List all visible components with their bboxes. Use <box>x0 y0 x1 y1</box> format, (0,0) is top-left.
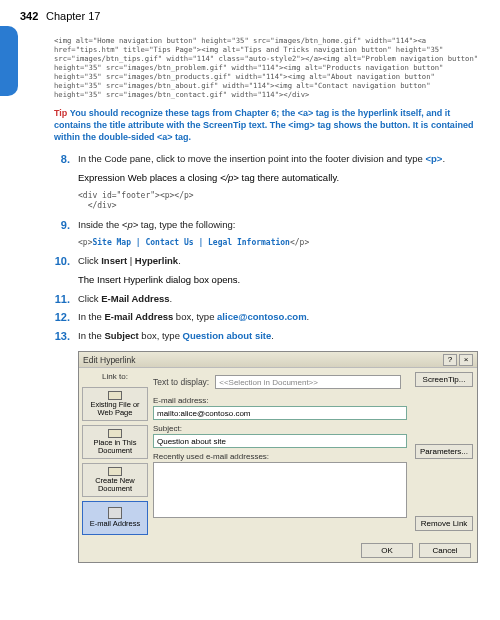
step-body: Click Insert | Hyperlink. <box>78 255 482 268</box>
step-13: 13. In the Subject box, type Question ab… <box>54 330 482 343</box>
dialog-bottom-buttons: OK Cancel <box>79 539 477 562</box>
chapter-label: Chapter 17 <box>46 10 100 22</box>
step-10-sub: The Insert Hyperlink dialog box opens. <box>78 274 482 287</box>
mail-icon <box>108 507 122 519</box>
step-num: 8. <box>54 153 78 166</box>
parameters-button[interactable]: Parameters... <box>415 444 473 459</box>
email-field[interactable] <box>153 406 407 420</box>
recent-label: Recently used e-mail addresses: <box>153 452 407 461</box>
tip-label: Tip <box>54 108 67 118</box>
nav-email-address[interactable]: E-mail Address <box>82 501 148 535</box>
titlebar: Edit Hyperlink ? × <box>79 352 477 368</box>
step-9: 9. Inside the <p> tag, type the followin… <box>54 219 482 232</box>
code-8: <div id="footer"><p></p> </div> <box>78 191 482 212</box>
step-body: In the Code pane, click to move the inse… <box>78 153 482 166</box>
remove-link-button[interactable]: Remove Link <box>415 516 473 531</box>
email-label: E-mail address: <box>153 396 407 405</box>
dialog-side-buttons: ScreenTip... Parameters... Remove Link <box>411 368 477 539</box>
step-body: Click E-Mail Address. <box>78 293 482 306</box>
page-content: <img alt="Home navigation button" height… <box>54 36 482 563</box>
step-num: 13. <box>54 330 78 343</box>
ok-button[interactable]: OK <box>361 543 413 558</box>
dialog-main: Text to display: E-mail address: Subject… <box>151 368 411 539</box>
screentip-button[interactable]: ScreenTip... <box>415 372 473 387</box>
bookmark-icon <box>108 429 122 438</box>
linkto-column: Link to: Existing File or Web Page Place… <box>79 368 151 539</box>
titlebar-buttons: ? × <box>443 354 473 366</box>
cancel-button[interactable]: Cancel <box>419 543 471 558</box>
step-body: In the Subject box, type Question about … <box>78 330 482 343</box>
nav-existing-file[interactable]: Existing File or Web Page <box>82 387 148 421</box>
dialog-title: Edit Hyperlink <box>83 355 135 365</box>
step-12: 12. In the E-mail Address box, type alic… <box>54 311 482 324</box>
step-body: Inside the <p> tag, type the following: <box>78 219 482 232</box>
step-num: 10. <box>54 255 78 268</box>
text-display-input[interactable] <box>215 375 401 389</box>
close-icon[interactable]: × <box>459 354 473 366</box>
step-10: 10. Click Insert | Hyperlink. <box>54 255 482 268</box>
step-11: 11. Click E-Mail Address. <box>54 293 482 306</box>
page-number: 342 <box>20 10 38 22</box>
subject-label: Subject: <box>153 424 407 433</box>
step-num: 11. <box>54 293 78 306</box>
page-tab <box>0 26 18 96</box>
recent-listbox[interactable] <box>153 462 407 518</box>
step-body: In the E-mail Address box, type alice@co… <box>78 311 482 324</box>
new-doc-icon <box>108 467 122 476</box>
step-8: 8. In the Code pane, click to move the i… <box>54 153 482 166</box>
step-num: 12. <box>54 311 78 324</box>
dialog-body: Link to: Existing File or Web Page Place… <box>79 368 477 539</box>
text-display-label: Text to display: <box>153 377 209 387</box>
tip-text: You should recognize these tags from Cha… <box>54 108 473 142</box>
code-9: <p>Site Map | Contact Us | Legal Informa… <box>78 238 482 248</box>
nav-place-in-doc[interactable]: Place in This Document <box>82 425 148 459</box>
code-block-1: <img alt="Home navigation button" height… <box>54 36 482 99</box>
page-icon <box>108 391 122 400</box>
tip-block: Tip You should recognize these tags from… <box>54 107 482 143</box>
step-num: 9. <box>54 219 78 232</box>
dialog-screenshot: Edit Hyperlink ? × Link to: Existing Fil… <box>78 351 482 563</box>
edit-hyperlink-dialog: Edit Hyperlink ? × Link to: Existing Fil… <box>78 351 478 563</box>
nav-create-new[interactable]: Create New Document <box>82 463 148 497</box>
help-icon[interactable]: ? <box>443 354 457 366</box>
linkto-label: Link to: <box>82 372 148 381</box>
step-8-sub: Expression Web places a closing </p> tag… <box>78 172 482 185</box>
subject-field[interactable] <box>153 434 407 448</box>
